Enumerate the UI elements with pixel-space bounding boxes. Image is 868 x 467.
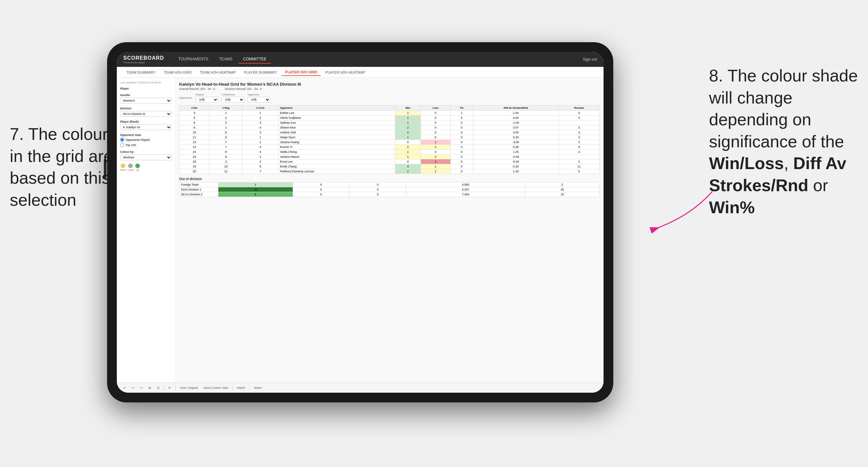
out-cell-name: Foreign Team [180, 182, 218, 187]
watch-btn[interactable]: Watch [235, 385, 247, 390]
cell-diff: 3.33 [473, 135, 558, 140]
table-body: 3 1 1 Esther Lee 1 0 1 1.50 4 5 2 2 Alex… [180, 111, 600, 174]
main-content: Last Updated: 27/03/2024 16:55:38 Player… [117, 78, 603, 382]
radio-top100[interactable]: Top 100 [120, 143, 172, 147]
cell-diff: -1.00 [473, 120, 558, 125]
nav-teams[interactable]: TEAMS [215, 55, 237, 64]
division-record: Division Record: 331 - 34 - 6 [225, 87, 262, 91]
cell-loss: 0 [421, 120, 451, 125]
top-navigation: SCOREBOARD Powered by clippd TOURNAMENTS… [117, 52, 603, 67]
player-rank-select[interactable]: 8. Katelyn Vo [120, 124, 172, 130]
cell-name: Euna Lee [278, 159, 395, 164]
cell-reg: 1 [210, 125, 242, 130]
refresh-btn[interactable]: ⟳ [167, 385, 173, 390]
out-cell-tie: 0 [349, 192, 406, 197]
sub-nav-player-summary[interactable]: PLAYER SUMMARY [241, 69, 280, 75]
paste-btn[interactable]: ⊡ [155, 385, 161, 390]
cell-name: Heejo Hyun [278, 135, 395, 140]
gender-select[interactable]: Women's [120, 98, 172, 103]
out-table-row: NCAA Division 2 5 0 0 7.400 10 [180, 192, 600, 197]
table-row: 20 11 7 Federica Domecq Lacroze 2 1 0 1.… [180, 169, 600, 174]
region-filter: Region (All) [196, 93, 218, 102]
sub-nav-team-h2h-grid[interactable]: TEAM H2H GRID [161, 69, 195, 75]
out-cell-win: 1 [218, 182, 293, 187]
cell-conf: 1 [242, 140, 278, 145]
cell-conf: 3 [242, 130, 278, 135]
sidebar-player-section: Player [120, 87, 172, 90]
table-row: 10 6 3 Andrea York 2 0 0 4.00 4 [180, 130, 600, 135]
cell-diff: 1.33 [473, 169, 558, 174]
cell-name: Sharon Mun [278, 125, 395, 130]
cell-win: 0 [395, 159, 421, 164]
cell-diff: -0.94 [473, 154, 558, 159]
legend-up-dot [135, 163, 140, 168]
opponents-label: Opponents: [179, 96, 192, 99]
cell-name: Andrea York [278, 130, 395, 135]
opponent-select[interactable]: (All) [248, 97, 270, 102]
sidebar-division-section: Division NCAA Division III [120, 107, 172, 117]
sidebar-gender-section: Gender Women's [120, 93, 172, 103]
colour-by-label: Colour by [120, 150, 172, 154]
undo-btn[interactable]: ↩ [122, 385, 127, 390]
cell-tie: 0 [451, 169, 473, 174]
sign-out-link[interactable]: Sign out [583, 57, 597, 62]
col-opponent: Opponent [278, 105, 395, 111]
opponent-filter: Opponent (All) [248, 93, 270, 102]
cell-diff: 1.50 [473, 111, 558, 116]
sub-nav-team-h2h-heatmap[interactable]: TEAM H2H HEATMAP [197, 69, 239, 75]
sub-nav-player-h2h-grid[interactable]: PLAYER H2H GRID [282, 69, 320, 76]
cell-loss: 2 [421, 145, 451, 150]
cell-loss: 0 [421, 150, 451, 154]
cell-div: 19 [180, 164, 210, 169]
cell-reg: 6 [210, 130, 242, 135]
divider2 [175, 385, 176, 391]
radio-opponents-played[interactable]: Opponents Played [120, 137, 172, 142]
table-row: 14 7 4 Eunice Yi 2 2 0 0.38 9 [180, 145, 600, 150]
cell-rounds: 11 [559, 164, 600, 169]
cell-loss: 0 [421, 116, 451, 120]
cell-reg: 6 [210, 135, 242, 140]
cell-conf: 6 [242, 164, 278, 169]
tablet-screen: SCOREBOARD Powered by clippd TOURNAMENTS… [117, 52, 603, 393]
cell-rounds: 6 [559, 169, 600, 174]
legend-down-label: Down [120, 169, 126, 171]
cell-tie: 0 [451, 116, 473, 120]
logo-text: SCOREBOARD [123, 55, 164, 61]
cell-div: 14 [180, 145, 210, 150]
legend-level: Level [128, 163, 133, 171]
data-area: Katelyn Vo Head-to-Head Grid for Women's… [175, 78, 603, 382]
cell-reg: 8 [210, 154, 242, 159]
divider4 [249, 385, 250, 391]
gender-label: Gender [120, 93, 172, 97]
col-diff: Diff Av Strokes/Rnd [473, 105, 558, 111]
copy-btn[interactable]: ⊞ [147, 385, 153, 390]
save-custom-btn[interactable]: Save Custom View [202, 385, 230, 390]
redo-btn[interactable]: ↪ [130, 385, 136, 390]
table-row: 9 1 4 Sharon Mun 2 0 0 3.67 3 [180, 125, 600, 130]
legend-down: Down [120, 163, 126, 171]
sub-nav-team-summary[interactable]: TEAM SUMMARY [123, 69, 159, 75]
nav-tournaments[interactable]: TOURNAMENTS [174, 55, 213, 64]
col-div: # Div [180, 105, 210, 111]
division-select[interactable]: NCAA Division III [120, 111, 172, 117]
conference-select[interactable]: (All) [222, 97, 244, 102]
cell-tie: 0 [451, 145, 473, 150]
tablet-device: SCOREBOARD Powered by clippd TOURNAMENTS… [107, 42, 613, 402]
undo2-btn[interactable]: ↩ [138, 385, 145, 390]
cell-rounds [559, 154, 600, 159]
sub-nav-player-h2h-heatmap[interactable]: PLAYER H2H HEATMAP [322, 69, 369, 75]
cell-name: Sydney Kuo [278, 120, 395, 125]
sidebar-player-rank-section: Player (Rank) 8. Katelyn Vo [120, 120, 172, 130]
opponent-label: Opponent [248, 93, 270, 96]
out-cell-loss: 0 [293, 192, 349, 197]
view-original-btn[interactable]: View: Original [178, 385, 199, 390]
colour-by-select[interactable]: Win/loss [120, 154, 172, 160]
conference-label: Conference [222, 93, 244, 96]
cell-name: Alexis Sudjianto [278, 116, 395, 120]
region-select[interactable]: (All) [196, 97, 218, 102]
share-btn[interactable]: Share [252, 385, 263, 390]
nav-committee[interactable]: COMMITTEE [239, 55, 271, 64]
cell-rounds [559, 120, 600, 125]
conference-filter: Conference (All) [222, 93, 244, 102]
cell-tie: 0 [451, 159, 473, 164]
